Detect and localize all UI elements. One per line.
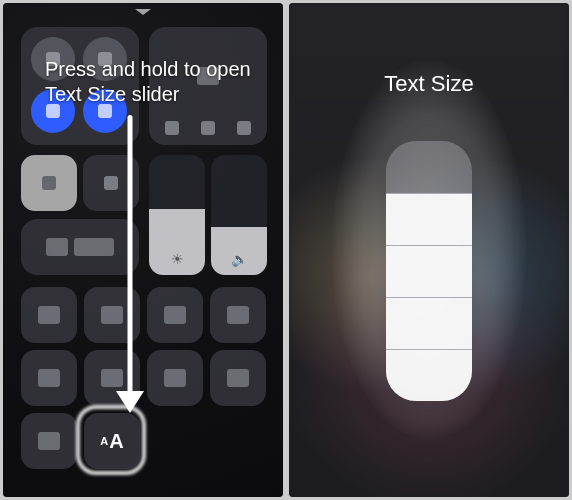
orientation-lock-icon <box>42 176 56 190</box>
camera-tile[interactable] <box>210 287 266 343</box>
slider-step-line <box>386 349 472 350</box>
stopwatch-icon <box>38 432 60 450</box>
control-tiles-grid: A A <box>21 287 267 469</box>
brightness-slider[interactable]: ☀ <box>149 155 205 275</box>
flashlight-icon <box>38 306 60 324</box>
home-icon <box>38 369 60 387</box>
camera-icon <box>227 306 249 324</box>
do-not-disturb-tile[interactable] <box>83 155 139 211</box>
slider-step-line <box>386 297 472 298</box>
text-size-slider[interactable] <box>386 141 472 401</box>
next-track-icon[interactable] <box>237 121 251 135</box>
moon-icon <box>104 176 118 190</box>
notes-tile[interactable] <box>210 350 266 406</box>
accessibility-tile[interactable] <box>147 350 203 406</box>
accessibility-icon <box>164 369 186 387</box>
home-tile[interactable] <box>21 350 77 406</box>
notes-icon <box>227 369 249 387</box>
calculator-tile[interactable] <box>147 287 203 343</box>
slider-step-line <box>386 245 472 246</box>
apple-tv-remote-tile[interactable] <box>84 350 140 406</box>
text-size-screenshot: Text Size <box>289 3 569 497</box>
text-size-tile[interactable]: A A <box>84 413 140 469</box>
previous-track-icon[interactable] <box>165 121 179 135</box>
play-icon[interactable] <box>201 121 215 135</box>
annotation-text: Press and hold to open Text Size slider <box>45 57 255 107</box>
speaker-icon: 🔈 <box>231 251 248 267</box>
text-size-title: Text Size <box>289 71 569 97</box>
screen-mirroring-tile[interactable] <box>21 219 139 275</box>
screen-mirroring-icon <box>46 238 68 256</box>
sun-icon: ☀ <box>171 251 184 267</box>
apple-tv-remote-icon <box>101 369 123 387</box>
text-size-small-a: A <box>100 435 108 447</box>
stopwatch-tile[interactable] <box>21 413 77 469</box>
timer-icon <box>101 306 123 324</box>
flashlight-tile[interactable] <box>21 287 77 343</box>
volume-slider[interactable]: 🔈 <box>211 155 267 275</box>
text-size-big-a: A <box>109 430 123 453</box>
timer-tile[interactable] <box>84 287 140 343</box>
slider-step-line <box>386 193 472 194</box>
control-center-screenshot: ☀ 🔈 A A Press and hold to open Text Size… <box>3 3 283 497</box>
calculator-icon <box>164 306 186 324</box>
orientation-lock-tile[interactable] <box>21 155 77 211</box>
